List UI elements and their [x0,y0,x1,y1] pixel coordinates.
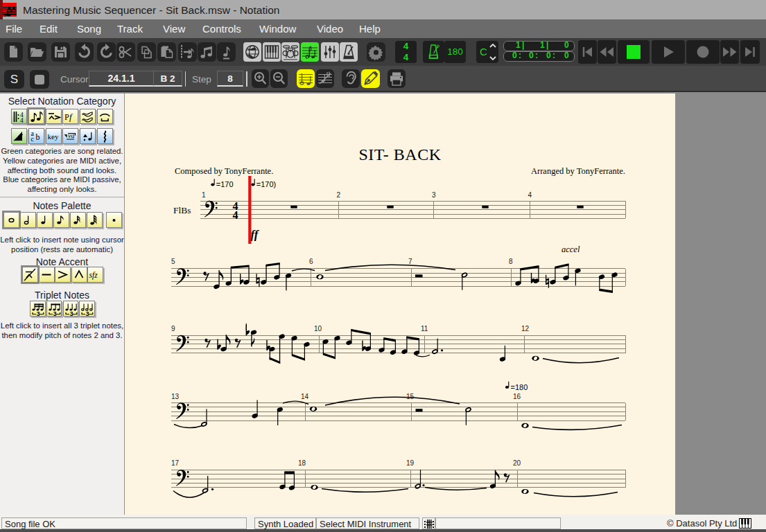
svg-text:10: 10 [314,325,322,332]
svg-text:accel: accel [562,245,580,254]
svg-text:1: 1 [202,191,206,199]
svg-text:2: 2 [337,191,341,199]
svg-text:va: va [68,132,74,139]
svg-text:P: P [64,112,69,122]
svg-text:3: 3 [37,310,40,316]
svg-text:19: 19 [406,459,415,467]
svg-text:Arranged by TonyFerrante.: Arranged by TonyFerrante. [531,166,625,176]
svg-text:=170: =170 [256,180,274,188]
svg-text:b: b [36,132,40,142]
svg-text:3: 3 [69,310,73,316]
svg-text:ff: ff [251,228,260,241]
svg-text:5: 5 [171,258,175,265]
svg-text:=180: =180 [511,383,528,391]
svg-text:4: 4 [233,209,238,221]
svg-text:8: 8 [509,258,513,265]
svg-text:12: 12 [521,325,530,332]
svg-text:3: 3 [432,191,436,199]
svg-text:14: 14 [301,393,309,400]
svg-text:15: 15 [406,393,415,400]
svg-text:17: 17 [171,459,180,467]
svg-text:f: f [69,112,73,122]
svg-text:4: 4 [528,191,532,199]
svg-text:18: 18 [298,459,306,467]
svg-text:sfz: sfz [89,271,98,280]
svg-text:9: 9 [171,325,175,332]
svg-text:SIT- BACK: SIT- BACK [359,145,442,163]
svg-text:7: 7 [408,258,412,265]
svg-text:13: 13 [171,393,180,400]
svg-text:=170: =170 [216,180,234,188]
svg-text:3: 3 [86,310,89,316]
svg-text:6: 6 [309,258,313,265]
svg-text:20: 20 [513,459,521,467]
svg-text:): ) [274,180,277,188]
svg-text:3: 3 [53,310,57,316]
svg-text:FlBs: FlBs [173,205,191,215]
svg-text:c: c [31,135,35,143]
svg-text:11: 11 [421,325,428,332]
svg-text:16: 16 [513,393,521,400]
svg-text:4: 4 [20,116,24,123]
svg-text:key: key [48,132,59,141]
svg-text:Composed by TonyFerrante.: Composed by TonyFerrante. [175,166,273,176]
